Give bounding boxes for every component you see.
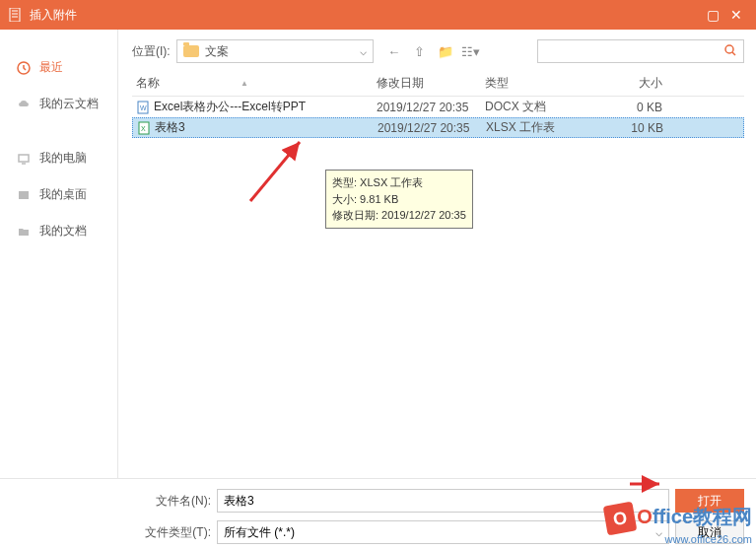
app-icon xyxy=(8,7,24,23)
cloud-icon xyxy=(16,97,32,112)
up-button[interactable]: ⇧ xyxy=(409,40,431,62)
sidebar-item-label: 我的云文档 xyxy=(39,96,99,112)
chevron-down-icon: ⌵ xyxy=(360,44,367,58)
minimize-button[interactable]: ▢ xyxy=(701,7,724,23)
toolbar: ← ⇧ 📁 ☷▾ xyxy=(383,40,482,62)
main-area: 最近 我的云文档 我的电脑 我的桌面 我的文档 位置(I): 文案 ⌵ xyxy=(0,30,756,478)
tooltip-date: 修改日期: 2019/12/27 20:35 xyxy=(332,207,466,224)
computer-icon xyxy=(16,151,32,167)
open-button[interactable]: 打开 xyxy=(675,489,744,513)
chevron-down-icon: ⌵ xyxy=(655,525,662,539)
back-button[interactable]: ← xyxy=(383,40,405,62)
sidebar-item-label: 最近 xyxy=(39,59,63,76)
svg-text:X: X xyxy=(141,125,146,132)
location-label: 位置(I): xyxy=(132,43,171,60)
file-name-text: Excel表格办公---Excel转PPT xyxy=(154,99,306,115)
location-bar: 位置(I): 文案 ⌵ ← ⇧ 📁 ☷▾ xyxy=(132,39,744,63)
file-date: 2019/12/27 20:35 xyxy=(377,101,485,114)
file-date: 2019/12/27 20:35 xyxy=(378,121,486,135)
new-folder-button[interactable]: 📁 xyxy=(435,40,456,62)
sidebar-item-label: 我的桌面 xyxy=(39,186,87,203)
search-box[interactable] xyxy=(537,39,744,63)
svg-text:W: W xyxy=(140,104,147,111)
titlebar: 插入附件 ▢ ✕ xyxy=(0,0,756,30)
sidebar-item-recent[interactable]: 最近 xyxy=(0,49,117,86)
view-button[interactable]: ☷▾ xyxy=(460,40,482,62)
sidebar-item-label: 我的电脑 xyxy=(39,150,87,167)
content-panel: 位置(I): 文案 ⌵ ← ⇧ 📁 ☷▾ 名称▲ 修改日期 类型 大小 xyxy=(118,30,756,478)
sort-indicator-icon: ▲ xyxy=(241,79,248,88)
columns-header: 名称▲ 修改日期 类型 大小 xyxy=(132,71,744,97)
window-title: 插入附件 xyxy=(30,7,701,24)
tooltip-type: 类型: XLSX 工作表 xyxy=(332,174,466,191)
file-size: 10 KB xyxy=(594,121,669,135)
clock-icon xyxy=(16,60,32,76)
filetype-value: 所有文件 (*.*) xyxy=(224,524,295,541)
tooltip-size: 大小: 9.81 KB xyxy=(332,191,466,208)
location-folder: 文案 xyxy=(205,43,229,60)
file-row[interactable]: W Excel表格办公---Excel转PPT 2019/12/27 20:35… xyxy=(132,97,744,117)
sidebar: 最近 我的云文档 我的电脑 我的桌面 我的文档 xyxy=(0,30,118,478)
folder-icon xyxy=(183,45,199,57)
sidebar-item-label: 我的文档 xyxy=(39,223,87,240)
search-icon xyxy=(723,43,737,60)
filetype-label: 文件类型(T): xyxy=(138,524,211,541)
file-tooltip: 类型: XLSX 工作表 大小: 9.81 KB 修改日期: 2019/12/2… xyxy=(325,170,473,229)
column-date[interactable]: 修改日期 xyxy=(377,75,485,92)
docx-icon: W xyxy=(136,101,150,114)
svg-point-3 xyxy=(725,45,733,53)
column-name[interactable]: 名称▲ xyxy=(132,75,377,92)
folder-icon xyxy=(16,224,32,240)
location-dropdown[interactable]: 文案 ⌵ xyxy=(176,39,374,63)
file-size: 0 KB xyxy=(593,101,668,114)
xlsx-icon: X xyxy=(137,121,151,135)
footer: 文件名(N): 打开 文件类型(T): 所有文件 (*.*) ⌵ 取消 xyxy=(0,478,756,549)
svg-line-8 xyxy=(250,142,300,201)
column-size[interactable]: 大小 xyxy=(593,75,668,92)
sidebar-item-desktop[interactable]: 我的桌面 xyxy=(0,176,117,213)
svg-rect-1 xyxy=(19,155,29,162)
file-type: XLSX 工作表 xyxy=(486,119,594,136)
sidebar-item-cloud[interactable]: 我的云文档 xyxy=(0,86,117,122)
column-type[interactable]: 类型 xyxy=(485,75,593,92)
filename-input[interactable] xyxy=(217,489,669,513)
filetype-dropdown[interactable]: 所有文件 (*.*) ⌵ xyxy=(217,520,669,544)
sidebar-item-computer[interactable]: 我的电脑 xyxy=(0,140,117,176)
sidebar-item-documents[interactable]: 我的文档 xyxy=(0,213,117,249)
close-button[interactable]: ✕ xyxy=(724,7,748,23)
desktop-icon xyxy=(16,187,32,203)
file-row[interactable]: X 表格3 2019/12/27 20:35 XLSX 工作表 10 KB xyxy=(132,117,744,138)
svg-rect-2 xyxy=(19,191,29,199)
file-type: DOCX 文档 xyxy=(485,99,593,115)
filename-label: 文件名(N): xyxy=(138,493,211,510)
file-name-text: 表格3 xyxy=(155,119,185,136)
cancel-button[interactable]: 取消 xyxy=(675,520,744,544)
